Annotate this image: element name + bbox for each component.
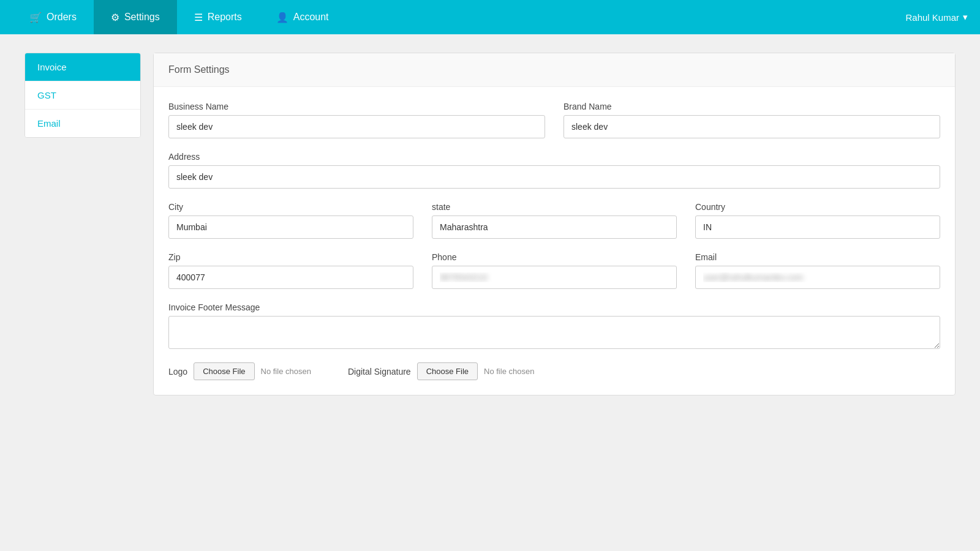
city-state-country-row: City state Country bbox=[168, 202, 940, 239]
footer-message-row: Invoice Footer Message bbox=[168, 302, 940, 349]
email-group: Email bbox=[695, 252, 940, 289]
digital-signature-choose-file-button[interactable]: Choose File bbox=[417, 362, 478, 380]
main-container: Invoice GST Email Form Settings Business… bbox=[0, 34, 980, 414]
state-label: state bbox=[432, 202, 677, 212]
address-row: Address bbox=[168, 152, 940, 189]
user-menu[interactable]: Rahul Kumar ▾ bbox=[905, 12, 968, 23]
email-label: Email bbox=[695, 252, 940, 262]
phone-input[interactable] bbox=[432, 266, 677, 289]
sidebar: Invoice GST Email bbox=[24, 53, 141, 138]
brand-name-label: Brand Name bbox=[564, 102, 940, 111]
footer-message-input[interactable] bbox=[168, 316, 940, 349]
city-group: City bbox=[168, 202, 413, 239]
digital-signature-file-section: Digital Signature Choose File No file ch… bbox=[348, 362, 535, 380]
user-name: Rahul Kumar bbox=[905, 12, 959, 23]
reports-icon: ☰ bbox=[194, 12, 203, 23]
navbar-left: 🛒 Orders ⚙ Settings ☰ Reports 👤 Account bbox=[12, 0, 346, 34]
address-label: Address bbox=[168, 152, 940, 162]
logo-file-section: Logo Choose File No file chosen bbox=[168, 362, 311, 380]
business-brand-row: Business Name Brand Name bbox=[168, 102, 940, 138]
sidebar-item-invoice[interactable]: Invoice bbox=[25, 53, 140, 81]
city-input[interactable] bbox=[168, 216, 413, 239]
digital-signature-no-file-text: No file chosen bbox=[484, 367, 534, 376]
account-icon: 👤 bbox=[276, 12, 288, 23]
brand-name-input[interactable] bbox=[564, 115, 940, 138]
state-input[interactable] bbox=[432, 216, 677, 239]
country-group: Country bbox=[695, 202, 940, 239]
footer-message-group: Invoice Footer Message bbox=[168, 302, 940, 349]
nav-orders[interactable]: 🛒 Orders bbox=[12, 0, 94, 34]
navbar: 🛒 Orders ⚙ Settings ☰ Reports 👤 Account … bbox=[0, 0, 980, 34]
logo-label: Logo bbox=[168, 367, 187, 377]
settings-icon: ⚙ bbox=[111, 12, 119, 23]
footer-message-label: Invoice Footer Message bbox=[168, 302, 940, 312]
file-inputs-row: Logo Choose File No file chosen Digital … bbox=[168, 362, 940, 380]
phone-group: Phone bbox=[432, 252, 677, 289]
business-name-input[interactable] bbox=[168, 115, 545, 138]
orders-label: Orders bbox=[47, 12, 77, 23]
country-input[interactable] bbox=[695, 216, 940, 239]
logo-no-file-text: No file chosen bbox=[261, 367, 311, 376]
zip-phone-email-row: Zip Phone Email bbox=[168, 252, 940, 289]
brand-name-group: Brand Name bbox=[564, 102, 940, 138]
business-name-label: Business Name bbox=[168, 102, 545, 111]
sidebar-item-email[interactable]: Email bbox=[25, 110, 140, 137]
sidebar-item-gst[interactable]: GST bbox=[25, 81, 140, 110]
country-label: Country bbox=[695, 202, 940, 212]
business-name-group: Business Name bbox=[168, 102, 545, 138]
logo-choose-file-button[interactable]: Choose File bbox=[194, 362, 254, 380]
nav-account[interactable]: 👤 Account bbox=[259, 0, 346, 34]
cart-icon: 🛒 bbox=[29, 12, 42, 23]
form-settings-header: Form Settings bbox=[154, 53, 955, 87]
digital-signature-label: Digital Signature bbox=[348, 367, 411, 377]
zip-input[interactable] bbox=[168, 266, 413, 289]
user-dropdown-icon: ▾ bbox=[963, 12, 968, 23]
nav-settings[interactable]: ⚙ Settings bbox=[94, 0, 177, 34]
city-label: City bbox=[168, 202, 413, 212]
form-body: Business Name Brand Name Address City bbox=[154, 87, 955, 395]
phone-label: Phone bbox=[432, 252, 677, 262]
settings-label: Settings bbox=[124, 12, 160, 23]
reports-label: Reports bbox=[208, 12, 242, 23]
address-group: Address bbox=[168, 152, 940, 189]
zip-group: Zip bbox=[168, 252, 413, 289]
content-area: Form Settings Business Name Brand Name A… bbox=[153, 53, 956, 395]
address-input[interactable] bbox=[168, 165, 940, 189]
account-label: Account bbox=[293, 12, 329, 23]
state-group: state bbox=[432, 202, 677, 239]
nav-reports[interactable]: ☰ Reports bbox=[177, 0, 259, 34]
email-input[interactable] bbox=[695, 266, 940, 289]
zip-label: Zip bbox=[168, 252, 413, 262]
